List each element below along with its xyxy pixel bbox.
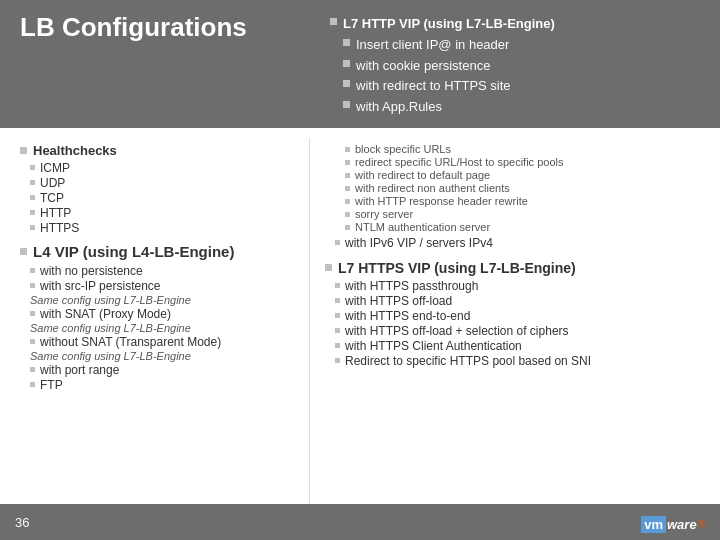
vm-box: vm — [641, 516, 666, 533]
l7-item-1: Insert client IP@ in header — [330, 35, 555, 56]
subitem-redirect-non-authent: with redirect non authent clients — [325, 182, 710, 194]
hc-udp: UDP — [20, 176, 299, 190]
header-right-section: L7 HTTP VIP (using L7-LB-Engine) Insert … — [310, 12, 555, 118]
l4-title: L4 VIP (using L4-LB-Engine) — [20, 243, 299, 260]
ipv6-item: with IPv6 VIP / servers IPv4 — [325, 236, 710, 250]
https-end-to-end: with HTTPS end-to-end — [325, 309, 710, 323]
bullet-icon — [343, 39, 350, 46]
hc-tcp: TCP — [20, 191, 299, 205]
subitem-ntlm: NTLM authentication server — [325, 221, 710, 233]
bullet-icon — [335, 313, 340, 318]
subitem-sorry-server: sorry server — [325, 208, 710, 220]
https-passthrough: with HTTPS passthrough — [325, 279, 710, 293]
l4-note-1: Same config using L7-LB-Engine — [20, 294, 299, 306]
https-redirect-sni: Redirect to specific HTTPS pool based on… — [325, 354, 710, 368]
hc-http: HTTP — [20, 206, 299, 220]
l7-https-section: L7 HTTPS VIP (using L7-LB-Engine) with H… — [325, 260, 710, 368]
l4-note-2: Same config using L7-LB-Engine — [20, 322, 299, 334]
bullet-icon — [30, 367, 35, 372]
bullet-icon — [30, 283, 35, 288]
subitem-redirect-url-host: redirect specific URL/Host to specific p… — [325, 156, 710, 168]
l4-src-ip: with src-IP persistence — [20, 279, 299, 293]
bullet-icon — [343, 101, 350, 108]
bullet-icon — [20, 248, 27, 255]
bullet-icon — [30, 210, 35, 215]
https-client-auth: with HTTPS Client Authentication — [325, 339, 710, 353]
bullet-icon — [30, 195, 35, 200]
l4-snat: with SNAT (Proxy Mode) — [20, 307, 299, 321]
hc-icmp: ICMP — [20, 161, 299, 175]
left-column: Healthchecks ICMP UDP TCP HTTP — [0, 138, 310, 540]
bullet-icon — [30, 382, 35, 387]
slide: LB Configurations L7 HTTP VIP (using L7-… — [0, 0, 720, 540]
bullet-icon — [335, 283, 340, 288]
page-number: 36 — [15, 515, 29, 530]
ware-text: ware — [667, 517, 697, 532]
bullet-icon — [30, 225, 35, 230]
https-offload-ciphers: with HTTPS off-load + selection of ciphe… — [325, 324, 710, 338]
bullet-icon — [30, 268, 35, 273]
bullet-icon — [335, 343, 340, 348]
l7-https-title: L7 HTTPS VIP (using L7-LB-Engine) — [325, 260, 710, 276]
l4-no-snat: without SNAT (Transparent Mode) — [20, 335, 299, 349]
bullet-icon — [30, 311, 35, 316]
bullet-icon — [30, 165, 35, 170]
bullet-icon — [345, 147, 350, 152]
vmware-logo: vmware ® — [641, 517, 705, 532]
l4-note-3: Same config using L7-LB-Engine — [20, 350, 299, 362]
slide-title: LB Configurations — [20, 12, 310, 43]
bullet-icon — [343, 60, 350, 67]
trademark-icon: ® — [698, 519, 705, 530]
bullet-icon — [345, 173, 350, 178]
bullet-icon — [345, 225, 350, 230]
hc-https: HTTPS — [20, 221, 299, 235]
https-offload: with HTTPS off-load — [325, 294, 710, 308]
main-content: Healthchecks ICMP UDP TCP HTTP — [0, 128, 720, 540]
bullet-icon — [335, 328, 340, 333]
bullet-icon — [20, 147, 27, 154]
bullet-icon — [335, 240, 340, 245]
header: LB Configurations L7 HTTP VIP (using L7-… — [0, 0, 720, 128]
bullet-icon — [345, 212, 350, 217]
bullet-icon — [330, 18, 337, 25]
bullet-icon — [345, 199, 350, 204]
l4-ftp: FTP — [20, 378, 299, 392]
healthchecks-section: Healthchecks ICMP UDP TCP HTTP — [20, 143, 299, 235]
bullet-icon — [345, 186, 350, 191]
subitem-http-header-rewrite: with HTTP response header rewrite — [325, 195, 710, 207]
l4-no-persistence: with no persistence — [20, 264, 299, 278]
healthchecks-title: Healthchecks — [20, 143, 299, 158]
bullet-icon — [335, 358, 340, 363]
l7-item-4: with App.Rules — [330, 97, 555, 118]
bullet-icon — [345, 160, 350, 165]
l7-item-2: with cookie persistence — [330, 56, 555, 77]
l7-title-item: L7 HTTP VIP (using L7-LB-Engine) — [330, 14, 555, 35]
bullet-icon — [335, 298, 340, 303]
subitem-block-urls: block specific URLs — [325, 143, 710, 155]
footer: 36 vmware ® — [0, 504, 720, 540]
bullet-icon — [30, 339, 35, 344]
bullet-icon — [325, 264, 332, 271]
l4-section: L4 VIP (using L4-LB-Engine) with no pers… — [20, 243, 299, 392]
right-column: block specific URLs redirect specific UR… — [310, 138, 720, 540]
l4-port-range: with port range — [20, 363, 299, 377]
app-rules-subitems: block specific URLs redirect specific UR… — [325, 143, 710, 250]
bullet-icon — [343, 80, 350, 87]
l7-item-3: with redirect to HTTPS site — [330, 76, 555, 97]
bullet-icon — [30, 180, 35, 185]
subitem-redirect-default: with redirect to default page — [325, 169, 710, 181]
l7-list: L7 HTTP VIP (using L7-LB-Engine) Insert … — [330, 14, 555, 118]
